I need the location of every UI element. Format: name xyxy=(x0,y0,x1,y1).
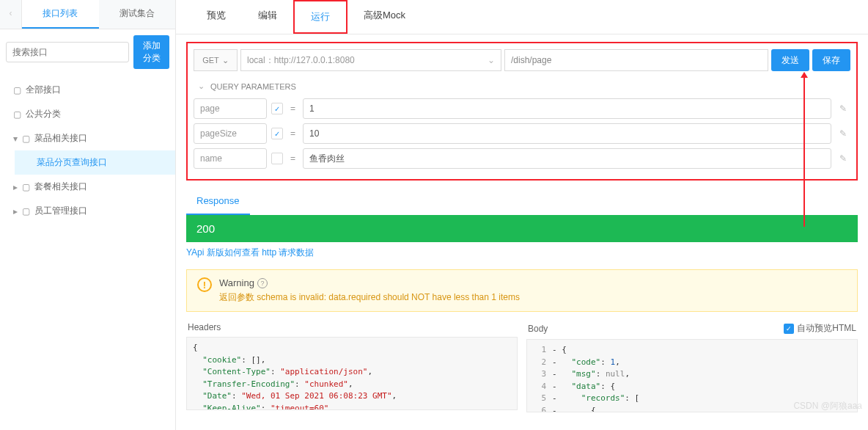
search-input[interactable] xyxy=(6,42,129,62)
param-name-input[interactable] xyxy=(194,123,267,144)
method-select[interactable]: GET⌄ xyxy=(194,49,238,71)
annotation-arrow xyxy=(803,73,805,227)
param-name-input[interactable] xyxy=(194,148,267,169)
tree-label: 员工管理接口 xyxy=(34,205,87,217)
main: 预览 编辑 运行 高级Mock GET⌄ local：http://127.0.… xyxy=(176,0,868,430)
param-value-input[interactable] xyxy=(303,123,831,144)
folder-icon: ▢ xyxy=(22,206,30,216)
tree-leaf-dish-page[interactable]: 菜品分页查询接口 xyxy=(15,150,175,175)
warning-title: Warning xyxy=(219,277,254,288)
tab-preview[interactable]: 预览 xyxy=(191,0,242,34)
param-name-input[interactable] xyxy=(194,98,267,119)
auto-preview-toggle[interactable]: ✓自动预览HTML xyxy=(784,322,856,335)
add-category-button[interactable]: 添加分类 xyxy=(133,35,169,69)
query-params-header[interactable]: QUERY PARAMETERS xyxy=(194,71,850,98)
param-checkbox[interactable]: ✓ xyxy=(271,103,283,114)
sidebar-tab-api-list[interactable]: 接口列表 xyxy=(22,0,99,29)
param-row: ✓=✎ xyxy=(194,98,850,119)
chevron-down-icon: ⌄ xyxy=(488,55,495,65)
edit-icon[interactable]: ✎ xyxy=(836,103,850,114)
tree-item-all[interactable]: ▢全部接口 xyxy=(0,78,175,102)
headers-code[interactable]: { "cookie": [], "Content-Type": "applica… xyxy=(186,337,518,410)
tree-label: 菜品相关接口 xyxy=(34,132,87,145)
env-label: local：http://127.0.0.1:8080 xyxy=(247,54,355,67)
tree-label: 套餐相关接口 xyxy=(34,181,87,193)
headers-title: Headers xyxy=(188,322,221,332)
tree-item-setmeal[interactable]: ▢套餐相关接口 xyxy=(0,175,175,199)
path-input[interactable] xyxy=(504,49,768,71)
param-row: ✓=✎ xyxy=(194,123,850,144)
param-checkbox[interactable] xyxy=(271,153,283,164)
watermark: CSDN @阿狼aaa xyxy=(793,400,862,412)
checkbox-icon: ✓ xyxy=(784,324,794,334)
request-block: GET⌄ local：http://127.0.0.1:8080⌄ 发送 保存 … xyxy=(186,42,858,181)
response-section: Response 200 YApi 新版如何查看 http 请求数据 ! War… xyxy=(186,188,858,412)
equals-label: = xyxy=(287,128,298,139)
tab-run[interactable]: 运行 xyxy=(293,0,347,34)
body-panel: Body ✓自动预览HTML 1- { 2- "code": 1, 3- "ms… xyxy=(526,318,858,412)
equals-label: = xyxy=(287,153,298,164)
headers-panel: Headers { "cookie": [], "Content-Type": … xyxy=(186,318,518,412)
warning-message: 返回参数 schema is invalid: data.required sh… xyxy=(219,291,520,304)
help-link[interactable]: YApi 新版如何查看 http 请求数据 xyxy=(186,242,858,263)
sidebar-tab-test-sets[interactable]: 测试集合 xyxy=(99,0,176,29)
folder-icon: ▢ xyxy=(22,134,30,144)
env-select[interactable]: local：http://127.0.0.1:8080⌄ xyxy=(240,49,501,71)
question-icon[interactable]: ? xyxy=(257,278,268,288)
status-code: 200 xyxy=(186,215,858,242)
folder-icon: ▢ xyxy=(13,85,21,95)
save-button[interactable]: 保存 xyxy=(812,49,850,71)
warning-icon: ! xyxy=(197,277,212,292)
param-row: =✎ xyxy=(194,148,850,169)
tree-label: 全部接口 xyxy=(26,84,61,96)
param-value-input[interactable] xyxy=(303,148,831,169)
tab-mock[interactable]: 高级Mock xyxy=(347,0,422,34)
sidebar-back[interactable]: ‹ xyxy=(0,0,22,29)
chevron-down-icon: ⌄ xyxy=(222,56,229,65)
edit-icon[interactable]: ✎ xyxy=(836,128,850,139)
auto-html-label: 自动预览HTML xyxy=(797,322,856,335)
tree-item-dish[interactable]: ▢菜品相关接口 xyxy=(0,126,175,150)
tree-item-employee[interactable]: ▢员工管理接口 xyxy=(0,199,175,223)
warning-box: ! Warning? 返回参数 schema is invalid: data.… xyxy=(186,269,858,312)
tree-item-public[interactable]: ▢公共分类 xyxy=(0,102,175,126)
equals-label: = xyxy=(287,103,298,114)
method-label: GET xyxy=(202,56,219,65)
response-tab[interactable]: Response xyxy=(186,188,250,215)
edit-icon[interactable]: ✎ xyxy=(836,153,850,164)
tree-label: 公共分类 xyxy=(26,108,61,120)
body-title: Body xyxy=(528,324,548,334)
param-checkbox[interactable]: ✓ xyxy=(271,128,283,139)
tab-edit[interactable]: 编辑 xyxy=(242,0,293,34)
api-tree: ▢全部接口 ▢公共分类 ▢菜品相关接口 菜品分页查询接口 ▢套餐相关接口 ▢员工… xyxy=(0,75,175,430)
param-value-input[interactable] xyxy=(303,98,831,119)
sidebar: ‹ 接口列表 测试集合 添加分类 ▢全部接口 ▢公共分类 ▢菜品相关接口 菜品分… xyxy=(0,0,176,430)
folder-icon: ▢ xyxy=(13,109,21,120)
main-tabs: 预览 编辑 运行 高级Mock xyxy=(176,0,868,34)
folder-icon: ▢ xyxy=(22,182,30,192)
